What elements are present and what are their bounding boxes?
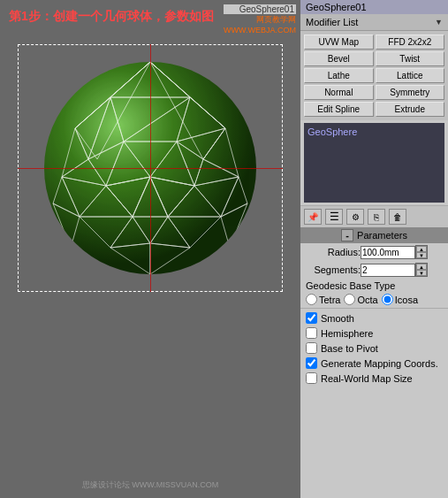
stack-item-geosphere[interactable]: GeoSphere	[308, 126, 357, 137]
radius-label: Radius:	[306, 247, 361, 257]
uwv-map-button[interactable]: UVW Map	[304, 34, 374, 50]
params-section: - Parameters Radius: ▲ ▼ Segments: ▲ ▼	[300, 227, 448, 498]
right-panel: GeoSphere01 Modifier List ▼ UVW Map FFD …	[300, 0, 448, 498]
radius-input[interactable]	[361, 246, 415, 259]
bottom-watermark: 思缘设计论坛 WWW.MISSVUAN.COM	[82, 479, 219, 491]
lathe-button[interactable]: Lathe	[304, 68, 374, 83]
radius-input-group: ▲ ▼	[361, 245, 428, 259]
segments-input-group: ▲ ▼	[361, 263, 428, 277]
segments-row: Segments: ▲ ▼	[300, 261, 448, 279]
axis-vertical	[150, 44, 151, 292]
geodesic-label: Geodesic Base Type	[300, 279, 448, 293]
params-header: - Parameters	[300, 227, 448, 243]
delete-icon[interactable]: 🗑	[389, 209, 406, 225]
step-text: 第1步：创建一个几何球体，参数如图	[9, 9, 214, 25]
radio-octa[interactable]: Octa	[344, 294, 377, 305]
list-icon[interactable]: ☰	[325, 209, 343, 225]
real-world-label: Real-World Map Size	[321, 373, 413, 384]
segments-up-button[interactable]: ▲	[416, 264, 427, 270]
modifier-list-bar[interactable]: Modifier List ▼	[300, 14, 448, 31]
twist-button[interactable]: Twist	[376, 51, 445, 66]
edit-spline-button[interactable]: Edit Spline	[304, 102, 374, 117]
normal-button[interactable]: Normal	[304, 85, 374, 100]
segments-down-button[interactable]: ▼	[416, 270, 427, 276]
params-collapse-button[interactable]: -	[341, 229, 353, 241]
radio-tetra-input[interactable]	[306, 294, 317, 305]
radio-tetra[interactable]: Tetra	[306, 294, 340, 305]
radius-up-button[interactable]: ▲	[416, 246, 427, 252]
segments-input[interactable]	[361, 264, 415, 277]
generate-mapping-checkbox[interactable]	[306, 357, 317, 369]
checkbox-generate-mapping[interactable]: Generate Mapping Coords.	[300, 356, 448, 371]
toolbar-icons: 📌 ☰ ⚙ ⎘ 🗑	[300, 205, 448, 227]
radio-octa-input[interactable]	[344, 294, 355, 305]
generate-mapping-label: Generate Mapping Coords.	[321, 358, 438, 369]
ffd-button[interactable]: FFD 2x2x2	[376, 34, 445, 50]
base-to-pivot-checkbox[interactable]	[306, 342, 317, 354]
params-label: Parameters	[357, 230, 407, 241]
radio-icosa[interactable]: Icosa	[382, 294, 418, 305]
modifier-stack: GeoSphere	[304, 123, 444, 203]
radius-spinner: ▲ ▼	[415, 245, 428, 259]
object-name: GeoSphere01	[306, 2, 367, 12]
checkbox-hemisphere[interactable]: Hemisphere	[300, 326, 448, 341]
checkbox-smooth[interactable]: Smooth	[300, 310, 448, 326]
radio-octa-label: Octa	[357, 295, 377, 305]
checkbox-real-world[interactable]: Real-World Map Size	[300, 371, 448, 386]
radio-icosa-label: Icosa	[395, 295, 418, 305]
object-name-bar: GeoSphere01	[300, 0, 448, 14]
lattice-button[interactable]: Lattice	[376, 68, 445, 83]
extrude-button[interactable]: Extrude	[376, 102, 445, 117]
hemisphere-label: Hemisphere	[321, 328, 373, 339]
chevron-down-icon[interactable]: ▼	[435, 18, 443, 27]
symmetry-button[interactable]: Symmetry	[376, 85, 445, 100]
segments-spinner: ▲ ▼	[415, 263, 428, 277]
segments-label: Segments:	[306, 264, 361, 275]
configure-icon[interactable]: ⚙	[346, 209, 364, 225]
smooth-label: Smooth	[321, 313, 354, 324]
smooth-checkbox[interactable]	[306, 312, 317, 324]
geo-sphere-container	[18, 44, 283, 292]
base-to-pivot-label: Base to Pivot	[321, 343, 378, 354]
checkbox-base-to-pivot[interactable]: Base to Pivot	[300, 341, 448, 356]
radio-icosa-input[interactable]	[382, 294, 393, 305]
radio-tetra-label: Tetra	[319, 295, 340, 305]
bevel-button[interactable]: Bevel	[304, 51, 374, 66]
divider-1	[300, 308, 448, 309]
modifier-list-label: Modifier List	[306, 17, 358, 27]
real-world-checkbox[interactable]	[306, 372, 317, 384]
geodesic-radio-row: Tetra Octa Icosa	[300, 293, 448, 306]
radius-down-button[interactable]: ▼	[416, 252, 427, 258]
pin-icon[interactable]: 📌	[304, 209, 322, 225]
watermark-top: GeoSphere01 网页教学网 WWW.WEBJA.COM	[224, 4, 296, 34]
copy-icon[interactable]: ⎘	[368, 209, 385, 225]
radius-row: Radius: ▲ ▼	[300, 243, 448, 261]
modifier-buttons: UVW Map FFD 2x2x2 Bevel Twist Lathe Latt…	[300, 31, 448, 120]
hemisphere-checkbox[interactable]	[306, 327, 317, 339]
viewport: 第1步：创建一个几何球体，参数如图 GeoSphere01 网页教学网 WWW.…	[0, 0, 300, 498]
